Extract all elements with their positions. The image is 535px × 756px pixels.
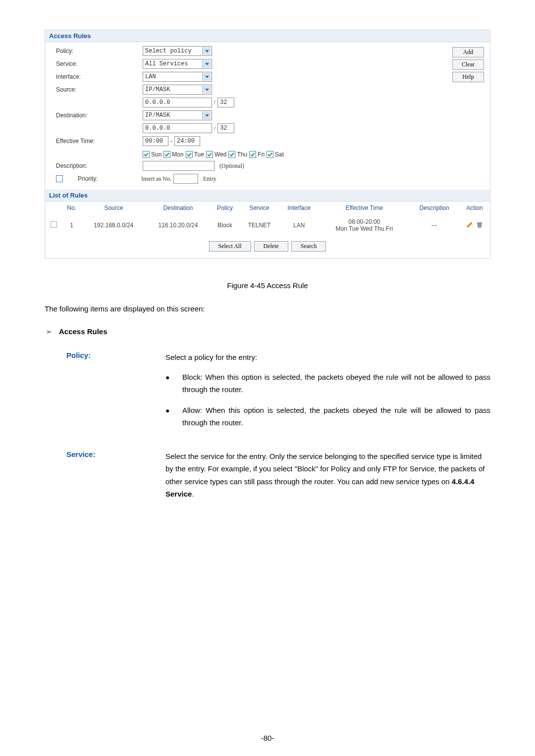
label-policy: Policy: — [56, 48, 143, 54]
rules-table: No. Source Destination Policy Service In… — [45, 202, 490, 236]
form-area: Policy: Select policy Service: All Servi… — [45, 42, 490, 190]
label-effective-time: Effective Time: — [56, 138, 143, 145]
label-description: Description: — [56, 162, 143, 169]
bullet-icon: ● — [165, 404, 182, 429]
chevron-down-icon — [202, 47, 211, 55]
section-header-access-rules: Access Rules — [45, 30, 490, 42]
interface-select[interactable]: LAN — [143, 72, 212, 82]
page-number: -80- — [0, 734, 535, 742]
label-service: Service: — [56, 60, 143, 67]
button-group: Add Clear Help — [452, 47, 484, 82]
section-header-list: List of Rules — [45, 190, 490, 202]
source-ip-input[interactable]: 0.0.0.0 — [143, 98, 212, 107]
priority-input[interactable] — [173, 174, 198, 184]
delete-icon[interactable] — [476, 221, 483, 230]
def-policy: Policy: Select a policy for the entry: ●… — [66, 351, 490, 437]
figure-caption: Figure 4-45 Access Rule — [45, 281, 490, 290]
row-checkbox[interactable] — [51, 221, 57, 228]
description-input[interactable] — [143, 161, 214, 171]
time-end-input[interactable]: 24:00 — [174, 136, 200, 146]
dest-mask-input[interactable]: 32 — [217, 123, 234, 133]
select-all-button[interactable]: Select All — [209, 241, 251, 252]
table-row: 1 192.168.0.0/24 116.10.20.0/24 Block TE… — [45, 214, 490, 236]
chevron-down-icon — [202, 111, 211, 119]
search-button[interactable]: Search — [291, 241, 326, 252]
label-priority: Priority: — [67, 175, 141, 182]
chevron-down-icon — [202, 86, 211, 94]
checkbox-priority[interactable] — [56, 175, 63, 182]
dest-mode-select[interactable]: IP/MASK — [143, 110, 212, 120]
rules-table-area: No. Source Destination Policy Service In… — [45, 202, 490, 258]
access-rule-screenshot: Access Rules Policy: Select policy Servi… — [45, 30, 490, 259]
service-select[interactable]: All Services — [143, 59, 212, 69]
time-start-input[interactable]: 00:00 — [143, 136, 168, 146]
label-interface: Interface: — [56, 73, 143, 80]
intro-text: The following items are displayed on thi… — [45, 304, 490, 313]
clear-button[interactable]: Clear — [452, 59, 484, 70]
checkbox-wed[interactable] — [206, 151, 213, 158]
policy-select[interactable]: Select policy — [143, 46, 212, 56]
checkbox-sun[interactable] — [143, 151, 150, 158]
def-service: Service: Select the service for the entr… — [66, 450, 490, 501]
arrowhead-icon: ➢ — [46, 327, 52, 336]
bullet-icon: ● — [165, 371, 182, 396]
dest-ip-input[interactable]: 0.0.0.0 — [143, 123, 212, 133]
checkbox-fri[interactable] — [249, 151, 256, 158]
section-title: ➢ Access Rules — [46, 327, 490, 336]
add-button[interactable]: Add — [452, 47, 484, 57]
checkbox-tue[interactable] — [186, 151, 193, 158]
source-mode-select[interactable]: IP/MASK — [143, 85, 212, 95]
days-checkboxes: Sun Mon Tue Wed Thu Fri Sat — [143, 151, 286, 158]
source-mask-input[interactable]: 32 — [217, 98, 234, 107]
label-source: Source: — [56, 86, 143, 93]
checkbox-mon[interactable] — [163, 151, 170, 158]
edit-icon[interactable] — [466, 221, 473, 230]
checkbox-thu[interactable] — [228, 151, 235, 158]
table-buttons: Select All Delete Search — [45, 236, 490, 258]
chevron-down-icon — [202, 73, 211, 81]
checkbox-sat[interactable] — [267, 151, 273, 158]
chevron-down-icon — [202, 60, 211, 68]
delete-button[interactable]: Delete — [254, 241, 288, 252]
label-destination: Destination: — [56, 112, 143, 119]
svg-rect-0 — [477, 222, 482, 223]
help-button[interactable]: Help — [452, 72, 484, 82]
